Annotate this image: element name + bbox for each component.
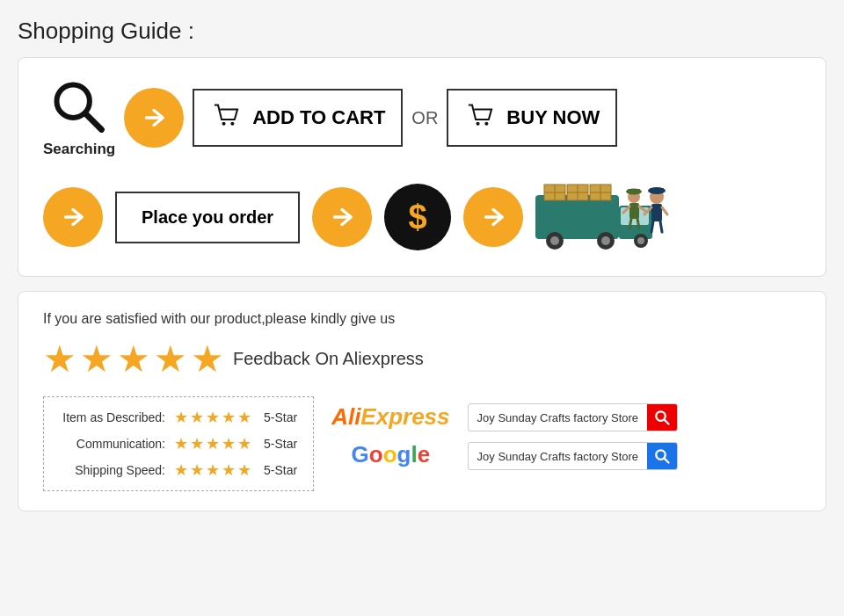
rating-label-described: Item as Described:	[60, 410, 165, 424]
svg-line-29	[660, 221, 662, 232]
rating-value-described: 5-Star	[264, 410, 297, 424]
svg-point-2	[222, 122, 226, 126]
big-star-1: ★	[43, 337, 76, 380]
page-title: Shopping Guide :	[18, 18, 826, 45]
big-stars-row: ★ ★ ★ ★ ★ Feedback On Aliexpress	[43, 337, 801, 380]
svg-point-12	[601, 236, 610, 245]
google-store-name: Joy Sunday Crafts factory Store	[469, 445, 648, 468]
svg-line-1	[85, 113, 102, 130]
rating-label-communication: Communication:	[60, 437, 165, 451]
svg-point-14	[637, 237, 644, 244]
rating-label-shipping: Shipping Speed:	[60, 463, 165, 477]
add-to-cart-label: ADD TO CART	[252, 106, 385, 129]
arrow-icon-2	[43, 187, 103, 247]
ratings-table: Item as Described: ★ ★ ★ ★ ★ 5-Star Comm…	[43, 396, 314, 491]
buy-now-button[interactable]: BUY NOW	[447, 89, 617, 147]
place-order-button[interactable]: Place you order	[115, 192, 300, 243]
stars-communication: ★ ★ ★ ★ ★	[174, 434, 251, 453]
rating-value-communication: 5-Star	[264, 437, 297, 451]
big-star-2: ★	[80, 337, 113, 380]
steps-row-2: Place you order $	[43, 178, 801, 257]
arrow-svg-4	[478, 202, 508, 232]
delivery-illustration	[535, 178, 676, 257]
stars-shipping: ★ ★ ★ ★ ★	[174, 460, 251, 480]
big-star-3: ★	[117, 337, 150, 380]
svg-point-5	[485, 122, 489, 126]
svg-rect-33	[629, 203, 639, 219]
aliexpress-store-search[interactable]: Joy Sunday Crafts factory Store	[468, 403, 679, 431]
stars-described: ★ ★ ★ ★ ★	[174, 408, 251, 427]
arrow-icon-3	[312, 187, 372, 247]
add-to-cart-button[interactable]: ADD TO CART	[193, 89, 403, 147]
arrow-icon-4	[463, 187, 523, 247]
svg-point-4	[477, 122, 480, 126]
cart-icon-2	[464, 99, 496, 136]
feedback-bottom: Item as Described: ★ ★ ★ ★ ★ 5-Star Comm…	[43, 396, 801, 491]
arrow-svg-2	[58, 202, 88, 232]
svg-line-41	[665, 420, 669, 424]
rating-value-shipping: 5-Star	[264, 463, 297, 477]
rating-row-shipping: Shipping Speed: ★ ★ ★ ★ ★ 5-Star	[60, 460, 297, 480]
arrow-svg-1	[139, 103, 169, 133]
place-order-label: Place you order	[142, 207, 273, 227]
searching-label: Searching	[43, 141, 115, 158]
svg-line-37	[637, 219, 639, 228]
platform-logos: AliExpress Google	[331, 396, 449, 468]
svg-point-10	[550, 236, 559, 245]
shopping-guide-card: Searching ADD TO CART	[18, 57, 826, 277]
feedback-intro: If you are satisfied with our product,pl…	[43, 311, 801, 327]
svg-rect-39	[628, 189, 640, 192]
svg-line-28	[651, 221, 653, 232]
search-icon	[49, 77, 109, 137]
google-store-search[interactable]: Joy Sunday Crafts factory Store	[468, 442, 679, 470]
svg-line-27	[662, 207, 667, 214]
aliexpress-logo: AliExpress	[331, 403, 449, 431]
google-logo: Google	[352, 441, 431, 468]
arrow-svg-3	[327, 202, 357, 232]
search-step: Searching	[43, 77, 115, 158]
svg-line-36	[629, 219, 631, 228]
google-search-button[interactable]	[647, 443, 677, 469]
search-icon-red	[654, 409, 670, 425]
arrow-icon-1	[124, 88, 184, 148]
delivery-truck-svg	[535, 178, 676, 257]
aliexpress-store-name: Joy Sunday Crafts factory Store	[469, 406, 648, 430]
svg-rect-25	[651, 204, 662, 221]
svg-rect-31	[650, 188, 664, 192]
feedback-card: If you are satisfied with our product,pl…	[18, 291, 826, 511]
big-star-4: ★	[154, 337, 187, 380]
payment-icon: $	[384, 184, 451, 250]
svg-point-3	[231, 122, 235, 126]
big-stars: ★ ★ ★ ★ ★	[43, 337, 224, 380]
or-text: OR	[411, 108, 438, 128]
page-wrapper: Shopping Guide : Searching	[18, 18, 826, 511]
aliexpress-search-button[interactable]	[647, 404, 677, 431]
rating-row-described: Item as Described: ★ ★ ★ ★ ★ 5-Star	[60, 408, 297, 427]
rating-row-communication: Communication: ★ ★ ★ ★ ★ 5-Star	[60, 434, 297, 453]
svg-line-43	[665, 459, 669, 463]
search-icon-blue	[654, 448, 670, 464]
buy-now-label: BUY NOW	[506, 106, 600, 129]
store-search-column: Joy Sunday Crafts factory Store Joy Sund…	[468, 396, 679, 470]
cart-icon	[210, 99, 242, 136]
feedback-on-aliexpress-label: Feedback On Aliexpress	[233, 349, 424, 369]
big-star-5: ★	[191, 337, 224, 380]
steps-row-1: Searching ADD TO CART	[43, 77, 801, 158]
dollar-symbol: $	[408, 199, 426, 236]
